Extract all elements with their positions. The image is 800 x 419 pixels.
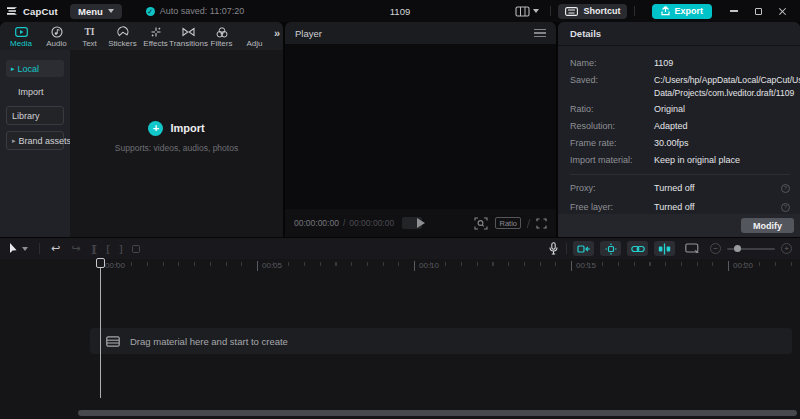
text-icon: TI — [84, 26, 94, 38]
zoom-slider-handle[interactable] — [734, 245, 741, 252]
maximize-button[interactable] — [746, 2, 770, 20]
ruler-ticks — [100, 262, 795, 266]
export-button[interactable]: Export — [652, 4, 712, 19]
export-label: Export — [674, 6, 703, 16]
fullscreen-button[interactable] — [536, 218, 547, 229]
titlebar: CapCut Menu ✓ Auto saved: 11:07:20 1109 — [0, 0, 800, 22]
player-controls: 00:00:00:00 / 00:00:00:00 Ratio — [285, 209, 556, 237]
delete-button[interactable] — [132, 245, 140, 253]
tab-filters[interactable]: Filters — [205, 22, 238, 50]
film-icon — [106, 336, 120, 347]
tab-text[interactable]: TI Text — [73, 22, 106, 50]
sidebar-item-import[interactable]: Import — [6, 83, 64, 100]
timeline-ruler[interactable]: 00:00 00:05 00:10 00:15 00:20 — [0, 259, 800, 273]
divider — [634, 6, 635, 16]
empty-track-hint[interactable]: Drag material here and start to create — [90, 328, 792, 354]
zoom-in-button[interactable]: + — [781, 243, 792, 254]
layout-switch-button[interactable] — [511, 4, 543, 19]
details-row-free-layer: Free layer: Turned off ? — [570, 201, 790, 214]
preview-axis-icon — [605, 243, 617, 255]
horizontal-scrollbar[interactable] — [78, 410, 797, 416]
modify-button[interactable]: Modify — [741, 218, 794, 233]
select-tool-button[interactable] — [8, 242, 28, 255]
minimize-button[interactable] — [722, 2, 746, 20]
auto-preview-toggle[interactable] — [600, 241, 621, 256]
details-row-saved: Saved: C:/Users/hp/AppData/Local/CapCut/… — [570, 74, 790, 99]
timeline-toolbar: ↩ ↪ ][ [ ] — [0, 238, 800, 259]
import-label: Import — [170, 122, 204, 134]
captions-button[interactable] — [685, 243, 700, 255]
autosave-check-icon: ✓ — [146, 7, 155, 16]
linkage-toggle[interactable] — [627, 241, 648, 256]
ruler-label: 00:15 — [571, 261, 596, 271]
split-icon: ][ — [91, 244, 95, 254]
microphone-icon — [549, 242, 558, 255]
details-row-resolution: Resolution: Adapted — [570, 120, 790, 133]
media-icon — [15, 26, 28, 38]
tab-label: Audio — [46, 39, 66, 48]
info-icon[interactable]: ? — [781, 203, 790, 212]
autosave-text: Auto saved: 11:07:20 — [160, 6, 244, 16]
plus-icon: + — [148, 121, 163, 136]
sidebar-item-brand-assets[interactable]: ▸ Brand assets — [6, 131, 64, 150]
fit-zoom-button[interactable] — [474, 217, 488, 230]
audio-icon — [51, 26, 63, 38]
modify-bar: Modify — [558, 214, 800, 237]
undo-icon: ↩ — [51, 243, 60, 254]
record-voiceover-button[interactable] — [549, 242, 558, 255]
details-row-name: Name: 1109 — [570, 57, 790, 70]
redo-button[interactable]: ↪ — [71, 243, 80, 254]
player-viewport — [285, 44, 556, 209]
tab-label: Transitions — [169, 39, 208, 48]
tab-transitions[interactable]: Transitions — [172, 22, 205, 50]
ruler-label: 00:05 — [257, 261, 282, 271]
transitions-icon — [182, 26, 195, 38]
player-menu-button[interactable] — [534, 29, 546, 37]
split-button[interactable]: ][ — [91, 244, 95, 254]
tab-label: Media — [10, 39, 32, 48]
sidebar-item-label: Import — [18, 87, 44, 97]
chevron-down-icon — [108, 9, 114, 13]
export-icon — [661, 6, 670, 16]
details-row-proxy: Proxy: Turned off ? — [570, 182, 790, 195]
trim-left-button[interactable]: [ — [106, 244, 108, 254]
close-button[interactable] — [770, 2, 794, 20]
tab-label: Stickers — [108, 39, 136, 48]
sidebar-item-label: Local — [18, 64, 40, 74]
shortcut-label: Shortcut — [583, 6, 620, 16]
import-button[interactable]: + Import — [148, 121, 204, 136]
sidebar-item-library[interactable]: Library — [6, 106, 64, 125]
undo-button[interactable]: ↩ — [51, 243, 60, 254]
project-title: 1109 — [390, 6, 410, 17]
more-tabs-button[interactable]: » — [274, 27, 280, 39]
autosave-status: ✓ Auto saved: 11:07:20 — [146, 6, 244, 16]
divider — [527, 219, 531, 228]
tab-adjust[interactable]: Adju — [238, 22, 271, 50]
drag-hint-text: Drag material here and start to create — [130, 336, 288, 347]
snapping-toggle[interactable] — [654, 241, 675, 256]
maximize-icon — [755, 8, 762, 15]
trim-left-icon: [ — [106, 244, 108, 254]
delete-icon — [132, 245, 140, 253]
timeline-zoom-slider[interactable] — [727, 248, 775, 250]
tab-media[interactable]: Media — [2, 22, 40, 50]
shortcut-button[interactable]: Shortcut — [558, 4, 627, 19]
details-row-ratio: Ratio: Original — [570, 103, 790, 116]
tab-audio[interactable]: Audio — [40, 22, 73, 50]
play-button[interactable] — [417, 218, 425, 228]
trim-right-button[interactable]: ] — [119, 244, 121, 254]
main-track-magnet-toggle[interactable] — [573, 241, 594, 256]
menu-button[interactable]: Menu — [70, 4, 122, 19]
import-hint: Supports: videos, audios, photos — [115, 143, 238, 153]
sidebar-item-local[interactable]: ▸ Local — [6, 60, 64, 77]
ratio-button[interactable]: Ratio — [495, 217, 521, 229]
playhead-handle[interactable] — [96, 258, 105, 268]
redo-icon: ↪ — [71, 243, 80, 254]
zoom-out-button[interactable]: − — [710, 243, 721, 254]
tab-stickers[interactable]: Stickers — [106, 22, 139, 50]
layout-icon — [515, 6, 530, 17]
playhead-line[interactable] — [100, 261, 101, 398]
info-icon[interactable]: ? — [781, 184, 790, 193]
tab-effects[interactable]: Effects — [139, 22, 172, 50]
sidebar-item-label: Library — [12, 111, 40, 121]
